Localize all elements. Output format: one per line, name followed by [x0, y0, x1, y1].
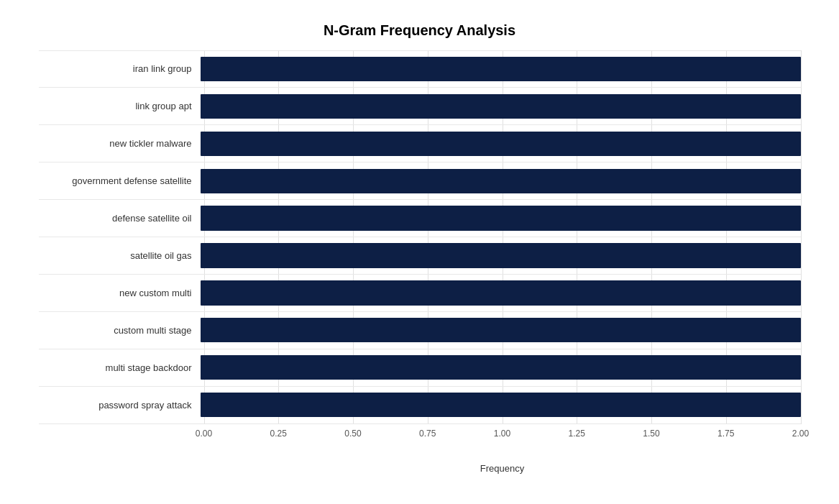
bar	[201, 94, 801, 119]
bar-row: new custom multi	[39, 274, 801, 311]
bar-track	[201, 312, 801, 349]
bar-label: link group apt	[39, 101, 201, 111]
bar-track	[201, 275, 801, 311]
bar-track	[201, 237, 801, 274]
bar	[201, 355, 801, 380]
x-tick: 1.25	[569, 429, 585, 439]
bar	[201, 393, 801, 417]
bar-track	[201, 200, 801, 237]
bar-row: link group apt	[39, 87, 801, 124]
chart-container: N-Gram Frequency Analysis iran link grou…	[24, 8, 815, 497]
bar-row: custom multi stage	[39, 311, 801, 349]
bar-label: new custom multi	[39, 288, 201, 298]
x-tick: 1.00	[494, 429, 510, 439]
bar-track	[201, 125, 801, 162]
grid-line	[801, 50, 802, 424]
bar	[201, 132, 801, 156]
x-tick: 1.50	[643, 429, 659, 439]
bar-label: custom multi stage	[39, 325, 201, 336]
bar-track	[201, 162, 801, 199]
bar	[201, 169, 801, 193]
x-tick: 0.00	[196, 429, 212, 439]
bar-row: new tickler malware	[39, 124, 801, 162]
x-axis: 0.000.250.500.751.001.251.501.752.00	[204, 429, 801, 443]
bar-row: satellite oil gas	[39, 237, 801, 274]
bar-track	[201, 349, 801, 386]
x-tick: 0.25	[270, 429, 287, 439]
bar-row: defense satellite oil	[39, 199, 801, 237]
bar-label: password spray attack	[39, 400, 201, 411]
x-tick: 2.00	[792, 429, 809, 439]
bar-label: satellite oil gas	[39, 250, 201, 261]
bar-row: government defense satellite	[39, 162, 801, 199]
chart-area: iran link grouplink group aptnew tickler…	[39, 50, 801, 424]
bar-label: iran link group	[39, 63, 201, 74]
chart-title: N-Gram Frequency Analysis	[39, 22, 801, 39]
x-tick: 0.50	[344, 429, 361, 439]
bar	[201, 206, 801, 230]
bar	[201, 318, 801, 342]
bar-label: multi stage backdoor	[39, 362, 201, 373]
bar-track	[201, 387, 801, 423]
bar-row: multi stage backdoor	[39, 349, 801, 386]
bar-label: government defense satellite	[39, 175, 201, 186]
bar-label: defense satellite oil	[39, 213, 201, 224]
bar	[201, 57, 801, 81]
bar-track	[201, 88, 801, 124]
bar-track	[201, 51, 801, 88]
bar-label: new tickler malware	[39, 138, 201, 149]
bar	[201, 243, 801, 267]
bar	[201, 280, 801, 305]
x-tick: 0.75	[419, 429, 436, 439]
bar-row: iran link group	[39, 50, 801, 88]
bar-row: password spray attack	[39, 386, 801, 424]
x-tick: 1.75	[717, 429, 734, 439]
x-axis-label: Frequency	[204, 463, 801, 474]
